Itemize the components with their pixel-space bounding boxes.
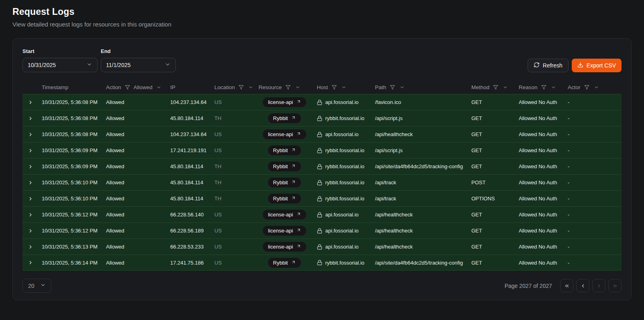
start-date-select[interactable]: 10/31/2025 — [22, 58, 98, 72]
row-expand-button[interactable] — [27, 179, 34, 186]
column-label: Action — [106, 84, 121, 90]
filter-dropdown-button-action[interactable] — [155, 84, 162, 91]
resource-link-badge[interactable]: Rybbit — [267, 257, 302, 268]
filter-dropdown-button-host[interactable] — [340, 84, 347, 91]
table-row[interactable]: 10/31/2025, 5:36:09 PMAllowed45.80.184.1… — [22, 158, 622, 174]
filter-dropdown-button-location[interactable] — [247, 84, 254, 91]
page-size-value: 20 — [28, 283, 35, 289]
resource-link-badge[interactable]: license-api — [262, 209, 306, 220]
timestamp-value: 10/31/2025, 5:36:09 PM — [42, 147, 98, 153]
resource-link-badge[interactable]: license-api — [262, 241, 306, 252]
row-expand-button[interactable] — [27, 163, 34, 170]
chevron-down-icon — [156, 85, 161, 90]
cell-host: api.fossorial.io — [314, 212, 372, 218]
page-size-select[interactable]: 20 — [22, 279, 51, 293]
table-row[interactable]: 10/31/2025, 5:36:08 PMAllowed104.237.134… — [22, 94, 622, 110]
table-row[interactable]: 10/31/2025, 5:36:08 PMAllowed104.237.134… — [22, 126, 622, 142]
row-expand-button[interactable] — [27, 243, 34, 251]
filter-button-method[interactable] — [492, 84, 499, 91]
filter-button-path[interactable] — [389, 84, 396, 91]
resource-link-badge[interactable]: license-api — [262, 97, 306, 108]
table-row[interactable]: 10/31/2025, 5:36:09 PMAllowed17.241.219.… — [22, 142, 622, 158]
next-page-button[interactable] — [592, 279, 605, 292]
arrow-up-right-icon — [296, 244, 301, 249]
row-expand-button[interactable] — [27, 99, 34, 106]
arrow-up-right-icon — [296, 212, 301, 216]
cell-timestamp: 10/31/2025, 5:36:12 PM — [39, 228, 103, 234]
cell-actor: - — [565, 228, 622, 234]
cell-expand — [22, 147, 39, 154]
cell-method: GET — [468, 228, 516, 234]
row-expand-button[interactable] — [27, 195, 34, 202]
cell-timestamp: 10/31/2025, 5:36:08 PM — [39, 131, 103, 137]
table-header: TimestampActionAllowedIPLocationResource… — [22, 81, 622, 94]
table-row[interactable]: 10/31/2025, 5:36:10 PMAllowed45.80.184.1… — [22, 174, 622, 190]
funnel-icon — [238, 85, 244, 90]
resource-link-badge[interactable]: Rybbit — [267, 177, 302, 188]
table-row[interactable]: 10/31/2025, 5:36:14 PMAllowed17.241.75.1… — [22, 255, 622, 271]
path-value: /api/track — [375, 196, 396, 202]
chevron-left-icon — [580, 283, 586, 289]
resource-link-badge[interactable]: Rybbit — [267, 113, 302, 124]
location-value: US — [214, 99, 222, 105]
cell-location: TH — [211, 115, 255, 121]
row-expand-button[interactable] — [27, 211, 34, 218]
filter-dropdown-button-method[interactable] — [502, 84, 509, 91]
path-value: /api/track — [375, 179, 396, 185]
table-row[interactable]: 10/31/2025, 5:36:08 PMAllowed45.80.184.1… — [22, 110, 622, 126]
resource-link-badge[interactable]: license-api — [262, 225, 306, 236]
pagination: Page 2027 of 2027 — [505, 279, 622, 292]
actor-value: - — [568, 163, 569, 169]
table-row[interactable]: 10/31/2025, 5:36:12 PMAllowed66.228.56.1… — [22, 206, 622, 222]
resource-link-badge[interactable]: license-api — [262, 129, 306, 140]
resource-link-badge[interactable]: Rybbit — [267, 193, 302, 204]
reason-value: Allowed No Auth — [519, 179, 557, 185]
table-row[interactable]: 10/31/2025, 5:36:12 PMAllowed66.228.56.1… — [22, 222, 622, 238]
timestamp-value: 10/31/2025, 5:36:08 PM — [42, 99, 98, 105]
prev-page-button[interactable] — [576, 279, 589, 292]
location-value: TH — [214, 196, 221, 202]
cell-method: GET — [468, 260, 516, 266]
filter-button-reason[interactable] — [540, 84, 547, 91]
first-page-button[interactable] — [560, 279, 573, 292]
filter-button-resource[interactable] — [285, 84, 291, 91]
column-label: Location — [214, 84, 235, 90]
location-value: US — [214, 260, 222, 266]
resource-link-badge[interactable]: Rybbit — [267, 161, 302, 172]
filter-button-action[interactable] — [124, 84, 131, 91]
location-value: TH — [214, 115, 221, 121]
last-page-button[interactable] — [608, 279, 622, 292]
row-expand-button[interactable] — [27, 227, 34, 234]
table-row[interactable]: 10/31/2025, 5:36:13 PMAllowed66.228.53.2… — [22, 238, 622, 255]
cell-expand — [22, 227, 39, 234]
filter-button-location[interactable] — [238, 84, 245, 91]
cell-path: /api/healthcheck — [372, 212, 468, 218]
filter-dropdown-button-reason[interactable] — [550, 84, 557, 91]
external-link-icon — [291, 196, 296, 202]
resource-name: license-api — [268, 131, 293, 137]
resource-link-badge[interactable]: Rybbit — [267, 145, 302, 156]
table-row[interactable]: 10/31/2025, 5:36:10 PMAllowed45.80.184.1… — [22, 190, 622, 206]
row-expand-button[interactable] — [27, 259, 34, 266]
filter-dropdown-button-path[interactable] — [399, 84, 406, 91]
cell-reason: Allowed No Auth — [516, 147, 565, 153]
row-expand-button[interactable] — [27, 131, 34, 138]
export-csv-button[interactable]: Export CSV — [572, 59, 622, 72]
filter-button-host[interactable] — [331, 84, 338, 91]
resource-name: Rybbit — [273, 179, 288, 185]
timestamp-value: 10/31/2025, 5:36:08 PM — [42, 131, 98, 137]
method-value: GET — [471, 115, 482, 121]
filter-dropdown-button-actor[interactable] — [593, 84, 600, 91]
end-date-select[interactable]: 11/1/2025 — [101, 58, 176, 72]
filter-button-actor[interactable] — [583, 84, 590, 91]
row-expand-button[interactable] — [27, 115, 34, 122]
filter-dropdown-button-resource[interactable] — [294, 84, 301, 91]
row-expand-button[interactable] — [27, 147, 34, 154]
chevron-down-icon — [40, 282, 46, 289]
cell-location: US — [211, 147, 255, 153]
cell-path: /api/script.js — [372, 115, 468, 121]
method-value: GET — [471, 147, 482, 153]
refresh-button[interactable]: Refresh — [528, 59, 569, 72]
cell-location: TH — [211, 163, 255, 169]
external-link-icon — [291, 115, 296, 121]
